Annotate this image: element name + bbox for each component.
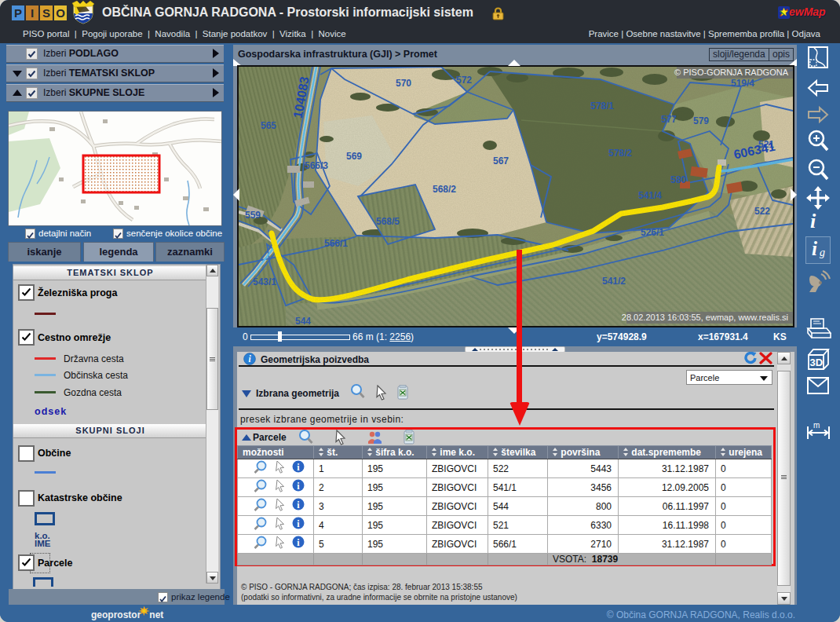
svg-text:572: 572 [456, 75, 472, 86]
svg-text:519/4: 519/4 [731, 78, 754, 89]
svg-text:541/4: 541/4 [638, 190, 662, 201]
svg-text:569: 569 [346, 151, 362, 162]
svg-text:3D: 3D [810, 357, 824, 368]
svg-text:541/2: 541/2 [602, 276, 626, 287]
svg-text:566/3: 566/3 [305, 160, 328, 171]
svg-text:568/2: 568/2 [433, 184, 456, 195]
svg-text:566/1: 566/1 [324, 238, 348, 249]
svg-text:568/5: 568/5 [376, 216, 400, 227]
svg-text:543/1: 543/1 [253, 276, 276, 287]
svg-text:28.02.2013 16:03:55, ewmap, ww: 28.02.2013 16:03:55, ewmap, www.realis.s… [622, 313, 788, 322]
svg-text:526/1: 526/1 [641, 227, 664, 238]
svg-text:578/1: 578/1 [590, 101, 614, 112]
svg-text:© PISO-GORNJA RADGONA: © PISO-GORNJA RADGONA [674, 68, 789, 77]
svg-text:567: 567 [493, 156, 509, 166]
svg-text:579: 579 [693, 115, 709, 126]
svg-text:m: m [813, 421, 820, 430]
svg-text:577: 577 [661, 114, 677, 125]
svg-text:578/2: 578/2 [608, 148, 632, 159]
svg-text:522: 522 [754, 206, 770, 217]
svg-text:544: 544 [295, 316, 311, 326]
svg-text:565: 565 [261, 120, 276, 131]
svg-text:570: 570 [396, 78, 411, 89]
svg-text:580: 580 [670, 174, 686, 185]
svg-text:559: 559 [245, 210, 261, 221]
